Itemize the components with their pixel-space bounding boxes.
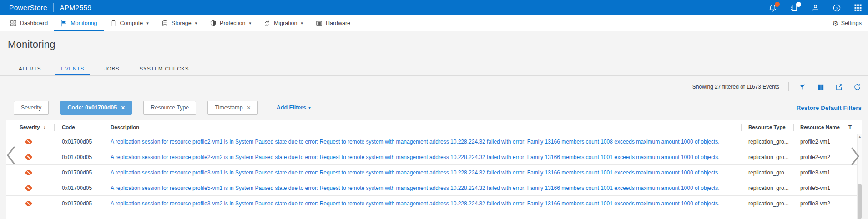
resource-name: profile5-vm1 xyxy=(793,185,844,191)
results-summary: Showing 27 filtered of 11673 Events xyxy=(692,84,779,90)
protection-shield-icon xyxy=(210,20,217,27)
chevron-down-icon: ▾ xyxy=(249,21,251,25)
table-header-row: Severity ↓ Code Description Resource Typ… xyxy=(6,120,862,134)
nav-label: Dashboard xyxy=(20,20,48,26)
chevron-down-icon: ▾ xyxy=(195,21,197,25)
nav-item-compute[interactable]: Compute ▾ xyxy=(104,15,155,31)
nav-item-hardware[interactable]: Hardware xyxy=(309,15,357,31)
event-code: 0x01700d05 xyxy=(54,200,103,207)
event-description-link[interactable]: A replication session for resource profi… xyxy=(111,200,720,207)
sort-descending-icon: ↓ xyxy=(43,124,46,130)
monitoring-flag-icon xyxy=(61,20,67,27)
toolbar-divider xyxy=(788,82,789,91)
resource-type: replication_gro... xyxy=(741,185,793,191)
brand-divider xyxy=(53,3,54,12)
column-header-code[interactable]: Code xyxy=(54,120,103,134)
powerstore-app: PowerStore APM2559 xyxy=(0,0,868,219)
tab-jobs[interactable]: JOBS xyxy=(98,66,125,75)
notifications-bell-icon[interactable] xyxy=(768,3,777,12)
nav-item-storage[interactable]: Storage ▾ xyxy=(155,15,203,31)
nav-label: Protection xyxy=(220,20,245,26)
event-description-link[interactable]: A replication session for resource profi… xyxy=(111,185,720,191)
close-icon[interactable]: × xyxy=(121,105,125,111)
table-row[interactable]: 0x01700d05 A replication session for res… xyxy=(6,180,862,196)
scroll-right-chevron[interactable] xyxy=(850,146,861,166)
apps-grid-icon[interactable] xyxy=(853,3,863,12)
table-row[interactable]: 0x01700d05 A replication session for res… xyxy=(6,165,862,180)
column-header-timestamp-truncated[interactable]: T xyxy=(844,120,862,134)
svg-text:?: ? xyxy=(835,5,838,10)
system-name: APM2559 xyxy=(60,4,91,12)
filter-chip-timestamp[interactable]: Timestamp × xyxy=(207,101,258,115)
user-icon[interactable] xyxy=(811,3,820,12)
columns-icon[interactable] xyxy=(816,82,825,91)
event-code: 0x01700d05 xyxy=(54,185,103,191)
chip-label: Code: 0x01700d05 xyxy=(67,105,117,111)
resource-type: replication_gro... xyxy=(741,154,793,160)
severity-minor-icon xyxy=(25,201,33,206)
dashboard-icon xyxy=(10,20,17,27)
resource-name: profile3-vm1 xyxy=(793,169,844,176)
scroll-up-icon[interactable]: ▲ xyxy=(858,135,862,138)
page-head: Monitoring xyxy=(0,31,868,53)
resource-name: profile2-vm2 xyxy=(793,154,844,160)
restore-default-filters-link[interactable]: Restore Default Filters xyxy=(797,105,862,111)
nav-item-protection[interactable]: Protection ▾ xyxy=(203,15,257,31)
nav-spacer xyxy=(357,15,826,31)
notification-badge xyxy=(775,2,780,7)
top-bar: PowerStore APM2559 xyxy=(0,0,868,15)
column-header-description[interactable]: Description xyxy=(103,120,741,134)
severity-minor-icon xyxy=(25,154,33,160)
chip-label: Resource Type xyxy=(151,105,189,111)
event-description-link[interactable]: A replication session for resource profi… xyxy=(111,139,720,145)
table-row[interactable]: 0x01700d05 A replication session for res… xyxy=(6,196,862,211)
refresh-icon[interactable] xyxy=(853,82,862,91)
nav-item-dashboard[interactable]: Dashboard xyxy=(4,15,54,31)
event-code: 0x01700d05 xyxy=(54,139,103,145)
tab-alerts[interactable]: ALERTS xyxy=(13,66,47,75)
filter-funnel-icon[interactable] xyxy=(798,82,807,91)
column-header-resource-type[interactable]: Resource Type xyxy=(741,120,793,134)
event-description-link[interactable]: A replication session for resource profi… xyxy=(111,169,720,176)
severity-minor-icon xyxy=(25,139,33,144)
migration-icon xyxy=(264,20,271,27)
column-header-severity[interactable]: Severity ↓ xyxy=(6,120,54,134)
resource-type: replication_gro... xyxy=(741,169,793,176)
page-title: Monitoring xyxy=(8,39,868,50)
filter-chip-resource-type[interactable]: Resource Type xyxy=(143,101,196,115)
gear-icon: ⚙ xyxy=(832,20,838,27)
nav-item-monitoring[interactable]: Monitoring xyxy=(54,15,103,31)
jobs-badge xyxy=(796,2,801,7)
resource-type: replication_gro... xyxy=(741,139,793,145)
nav-label: Monitoring xyxy=(71,20,97,26)
nav-item-migration[interactable]: Migration ▾ xyxy=(257,15,309,31)
hardware-icon xyxy=(316,20,323,27)
add-filters-label: Add Filters xyxy=(277,105,306,111)
nav-label: Migration xyxy=(274,20,297,26)
events-table: Severity ↓ Code Description Resource Typ… xyxy=(6,120,862,219)
help-icon[interactable]: ? xyxy=(832,3,841,12)
brand-group: PowerStore APM2559 xyxy=(9,3,91,12)
chip-label: Severity xyxy=(21,105,41,111)
scroll-left-chevron[interactable] xyxy=(5,145,16,165)
table-row[interactable]: 0x01700d05 A replication session for res… xyxy=(6,134,862,149)
jobs-icon[interactable] xyxy=(789,3,798,12)
close-icon[interactable]: × xyxy=(247,105,251,111)
scrollbar-thumb[interactable] xyxy=(858,184,862,219)
export-icon[interactable] xyxy=(834,82,843,91)
filter-chip-code[interactable]: Code: 0x01700d05 × xyxy=(60,101,132,115)
nav-label: Hardware xyxy=(326,20,350,26)
event-description-link[interactable]: A replication session for resource profi… xyxy=(111,154,720,160)
header-label: Severity xyxy=(20,124,40,130)
table-row[interactable]: 0x01700d05 A replication session for res… xyxy=(6,149,862,165)
severity-minor-icon xyxy=(25,170,33,175)
tab-system-checks[interactable]: SYSTEM CHECKS xyxy=(133,66,195,75)
column-header-resource-name[interactable]: Resource Name xyxy=(793,120,844,134)
filter-chip-severity[interactable]: Severity xyxy=(14,101,49,115)
topbar-icons: ? xyxy=(768,3,863,12)
event-code: 0x01700d05 xyxy=(54,154,103,160)
add-filters-button[interactable]: Add Filters ▾ xyxy=(277,105,311,111)
settings-button[interactable]: ⚙ Settings xyxy=(826,15,868,31)
tab-events[interactable]: EVENTS xyxy=(55,66,90,75)
nav-label: Storage xyxy=(172,20,192,26)
